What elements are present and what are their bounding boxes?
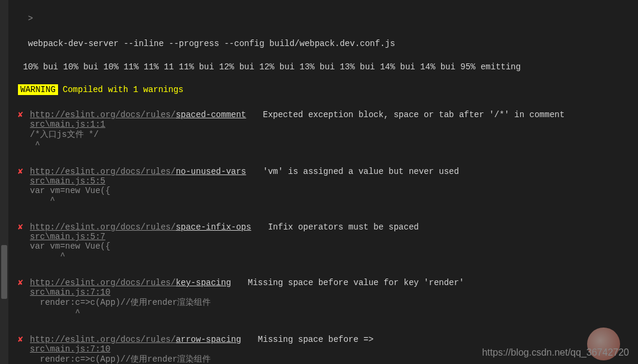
command-line: > webpack-dev-server --inline --progress…	[18, 0, 620, 50]
scrollbar-thumb[interactable]	[1, 245, 7, 299]
code-line: var vm=new Vue({	[18, 186, 620, 195]
warning-text: Compiled with 1 warnings	[63, 85, 184, 94]
rule-link-base[interactable]: http://eslint.org/docs/rules/	[30, 167, 176, 176]
rule-link-base[interactable]: http://eslint.org/docs/rules/	[30, 278, 176, 287]
error-x-icon: ✘	[18, 334, 30, 344]
caret-indicator: ^	[18, 195, 620, 205]
error-x-icon: ✘	[18, 109, 30, 120]
caret-indicator: ^	[18, 308, 620, 317]
error-header: ✘http://eslint.org/docs/rules/no-unused-…	[18, 166, 620, 176]
rule-link-base[interactable]: http://eslint.org/docs/rules/	[30, 335, 176, 344]
file-location[interactable]: src\main.js:5:7	[18, 232, 620, 241]
rule-link-name[interactable]: no-unused-vars	[176, 167, 247, 176]
rule-link-name[interactable]: arrow-spacing	[176, 335, 241, 344]
error-message: Infix operators must be spaced	[268, 222, 419, 232]
errors-container: ✘http://eslint.org/docs/rules/spaced-com…	[18, 109, 620, 364]
rule-link-base[interactable]: http://eslint.org/docs/rules/	[30, 222, 176, 232]
warning-row: WARNING Compiled with 1 warnings	[18, 84, 620, 95]
command-text: webpack-dev-server --inline --progress -…	[28, 39, 395, 48]
caret-indicator: ^	[18, 251, 620, 261]
rule-link-name[interactable]: key-spacing	[176, 278, 231, 287]
code-line: render:c=>c(App)//使用render渲染组件	[18, 297, 620, 308]
prompt-prefix: >	[28, 14, 33, 23]
error-message: Missing space before value for key 'rend…	[248, 278, 464, 287]
error-header: ✘http://eslint.org/docs/rules/spaced-com…	[18, 109, 620, 120]
code-line: var vm=new Vue({	[18, 241, 620, 251]
rule-link-name[interactable]: space-infix-ops	[176, 222, 251, 232]
progress-line: 10% bui 10% bui 10% 11% 11% 11 11% bui 1…	[18, 61, 620, 74]
caret-indicator: ^	[18, 140, 620, 149]
error-message: Expected exception block, space or tab a…	[263, 110, 564, 120]
scrollbar-track[interactable]	[0, 0, 8, 364]
file-location[interactable]: src\main.js:7:10	[18, 287, 620, 297]
error-header: ✘http://eslint.org/docs/rules/space-infi…	[18, 222, 620, 232]
error-message: 'vm' is assigned a value but never used	[263, 167, 459, 176]
error-header: ✘http://eslint.org/docs/rules/key-spacin…	[18, 277, 620, 287]
error-block: ✘http://eslint.org/docs/rules/space-infi…	[18, 222, 620, 261]
rule-link-name[interactable]: spaced-comment	[176, 110, 247, 120]
error-x-icon: ✘	[18, 222, 30, 232]
error-message: Missing space before =>	[258, 335, 373, 344]
watermark-text: https://blog.csdn.net/qq_36742720	[482, 347, 629, 358]
error-block: ✘http://eslint.org/docs/rules/spaced-com…	[18, 109, 620, 149]
error-x-icon: ✘	[18, 166, 30, 176]
error-block: ✘http://eslint.org/docs/rules/key-spacin…	[18, 277, 620, 317]
file-location[interactable]: src\main.js:5:5	[18, 176, 620, 186]
rule-link-base[interactable]: http://eslint.org/docs/rules/	[30, 110, 176, 120]
file-location[interactable]: src\main.js:1:1	[18, 120, 620, 129]
warning-badge: WARNING	[18, 84, 58, 95]
error-block: ✘http://eslint.org/docs/rules/no-unused-…	[18, 166, 620, 205]
error-header: ✘http://eslint.org/docs/rules/arrow-spac…	[18, 334, 620, 344]
code-line: /*入口js文件 */	[18, 129, 620, 140]
error-x-icon: ✘	[18, 277, 30, 287]
